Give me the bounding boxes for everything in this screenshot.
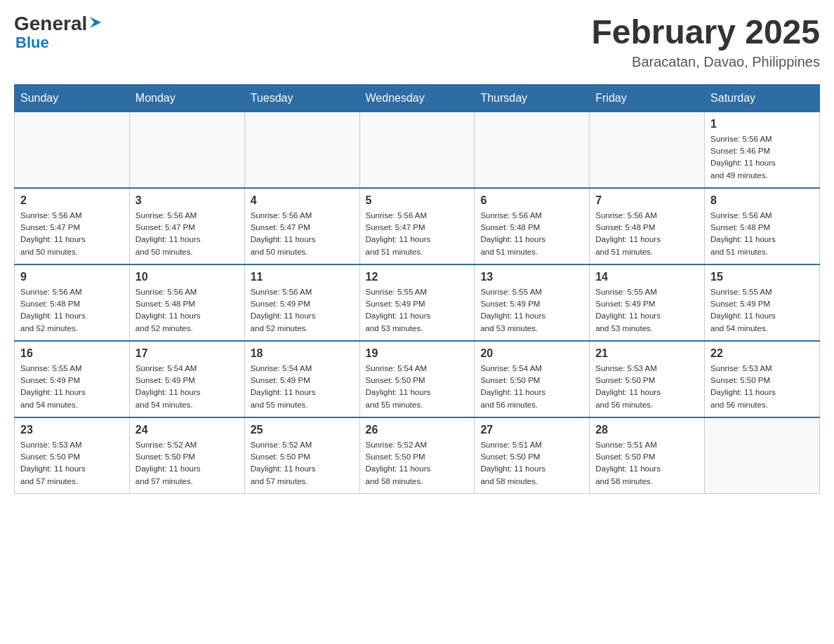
calendar-table: SundayMondayTuesdayWednesdayThursdayFrid… (14, 84, 820, 494)
day-info: Sunrise: 5:54 AMSunset: 5:49 PMDaylight:… (135, 363, 239, 411)
calendar-cell: 21Sunrise: 5:53 AMSunset: 5:50 PMDayligh… (590, 341, 705, 417)
day-number: 12 (366, 271, 469, 283)
calendar-cell: 23Sunrise: 5:53 AMSunset: 5:50 PMDayligh… (15, 417, 130, 494)
day-info: Sunrise: 5:56 AMSunset: 5:46 PMDaylight:… (710, 133, 814, 182)
logo: General Blue (14, 14, 102, 52)
title-block: February 2025 Baracatan, Davao, Philippi… (591, 14, 820, 70)
calendar-cell (244, 112, 359, 188)
weekday-header: Saturday (705, 84, 820, 112)
day-info: Sunrise: 5:56 AMSunset: 5:48 PMDaylight:… (135, 286, 239, 335)
calendar-cell: 24Sunrise: 5:52 AMSunset: 5:50 PMDayligh… (129, 417, 244, 494)
day-number: 14 (595, 271, 699, 283)
day-info: Sunrise: 5:55 AMSunset: 5:49 PMDaylight:… (366, 286, 469, 335)
day-info: Sunrise: 5:55 AMSunset: 5:49 PMDaylight:… (710, 286, 814, 335)
day-info: Sunrise: 5:56 AMSunset: 5:48 PMDaylight:… (595, 210, 699, 258)
calendar-cell: 28Sunrise: 5:51 AMSunset: 5:50 PMDayligh… (590, 417, 705, 494)
calendar-cell: 25Sunrise: 5:52 AMSunset: 5:50 PMDayligh… (244, 417, 359, 494)
day-number: 16 (20, 347, 124, 360)
day-number: 6 (480, 194, 583, 207)
calendar-cell: 13Sunrise: 5:55 AMSunset: 5:49 PMDayligh… (475, 264, 590, 341)
day-number: 27 (480, 424, 583, 436)
logo-blue-text: Blue (15, 34, 49, 52)
calendar-week-row: 16Sunrise: 5:55 AMSunset: 5:49 PMDayligh… (15, 341, 820, 417)
calendar-cell (590, 112, 705, 188)
day-number: 24 (135, 424, 239, 436)
calendar-cell (359, 112, 475, 188)
weekday-header: Wednesday (359, 84, 475, 112)
weekday-header: Thursday (475, 84, 590, 112)
day-info: Sunrise: 5:53 AMSunset: 5:50 PMDaylight:… (595, 363, 699, 411)
day-info: Sunrise: 5:54 AMSunset: 5:50 PMDaylight:… (366, 363, 469, 411)
day-info: Sunrise: 5:56 AMSunset: 5:47 PMDaylight:… (251, 210, 354, 258)
calendar-cell: 1Sunrise: 5:56 AMSunset: 5:46 PMDaylight… (705, 112, 820, 188)
day-info: Sunrise: 5:53 AMSunset: 5:50 PMDaylight:… (710, 363, 814, 411)
day-number: 5 (366, 194, 469, 207)
day-number: 22 (710, 347, 814, 360)
day-info: Sunrise: 5:52 AMSunset: 5:50 PMDaylight:… (366, 439, 469, 488)
day-info: Sunrise: 5:52 AMSunset: 5:50 PMDaylight:… (135, 439, 239, 488)
calendar-cell: 3Sunrise: 5:56 AMSunset: 5:47 PMDaylight… (129, 188, 244, 264)
day-number: 11 (251, 271, 354, 283)
calendar-cell: 16Sunrise: 5:55 AMSunset: 5:49 PMDayligh… (15, 341, 130, 417)
day-info: Sunrise: 5:56 AMSunset: 5:48 PMDaylight:… (20, 286, 124, 335)
day-info: Sunrise: 5:53 AMSunset: 5:50 PMDaylight:… (20, 439, 124, 488)
day-number: 18 (251, 347, 354, 360)
calendar-header-row: SundayMondayTuesdayWednesdayThursdayFrid… (15, 84, 820, 112)
day-info: Sunrise: 5:55 AMSunset: 5:49 PMDaylight:… (20, 363, 124, 411)
day-number: 17 (135, 347, 239, 360)
day-number: 1 (710, 118, 814, 130)
calendar-cell: 19Sunrise: 5:54 AMSunset: 5:50 PMDayligh… (359, 341, 475, 417)
calendar-cell: 26Sunrise: 5:52 AMSunset: 5:50 PMDayligh… (359, 417, 475, 494)
day-number: 9 (20, 271, 124, 283)
calendar-cell: 15Sunrise: 5:55 AMSunset: 5:49 PMDayligh… (705, 264, 820, 341)
day-number: 4 (251, 194, 354, 207)
weekday-header: Sunday (15, 84, 130, 112)
day-info: Sunrise: 5:54 AMSunset: 5:50 PMDaylight:… (480, 363, 583, 411)
day-number: 25 (251, 424, 354, 436)
day-number: 8 (710, 194, 814, 207)
day-info: Sunrise: 5:52 AMSunset: 5:50 PMDaylight:… (251, 439, 354, 488)
day-info: Sunrise: 5:51 AMSunset: 5:50 PMDaylight:… (595, 439, 699, 488)
calendar-week-row: 9Sunrise: 5:56 AMSunset: 5:48 PMDaylight… (15, 264, 820, 341)
calendar-cell: 7Sunrise: 5:56 AMSunset: 5:48 PMDaylight… (590, 188, 705, 264)
day-number: 2 (20, 194, 124, 207)
calendar-cell: 5Sunrise: 5:56 AMSunset: 5:47 PMDaylight… (359, 188, 475, 264)
weekday-header: Monday (129, 84, 244, 112)
day-number: 13 (480, 271, 583, 283)
calendar-cell: 14Sunrise: 5:55 AMSunset: 5:49 PMDayligh… (590, 264, 705, 341)
day-number: 20 (480, 347, 583, 360)
calendar-week-row: 2Sunrise: 5:56 AMSunset: 5:47 PMDaylight… (15, 188, 820, 264)
calendar-cell: 4Sunrise: 5:56 AMSunset: 5:47 PMDaylight… (244, 188, 359, 264)
calendar-cell: 10Sunrise: 5:56 AMSunset: 5:48 PMDayligh… (129, 264, 244, 341)
day-info: Sunrise: 5:54 AMSunset: 5:49 PMDaylight:… (251, 363, 354, 411)
day-number: 26 (366, 424, 469, 436)
day-number: 15 (710, 271, 814, 283)
calendar-cell (15, 112, 130, 188)
location: Baracatan, Davao, Philippines (591, 54, 820, 70)
day-info: Sunrise: 5:56 AMSunset: 5:47 PMDaylight:… (20, 210, 124, 258)
calendar-cell (129, 112, 244, 188)
logo-arrow-icon (88, 15, 102, 29)
day-info: Sunrise: 5:56 AMSunset: 5:48 PMDaylight:… (710, 210, 814, 258)
calendar-cell: 22Sunrise: 5:53 AMSunset: 5:50 PMDayligh… (705, 341, 820, 417)
day-info: Sunrise: 5:56 AMSunset: 5:47 PMDaylight:… (135, 210, 239, 258)
day-number: 7 (595, 194, 699, 207)
day-info: Sunrise: 5:55 AMSunset: 5:49 PMDaylight:… (480, 286, 583, 335)
calendar-cell: 18Sunrise: 5:54 AMSunset: 5:49 PMDayligh… (244, 341, 359, 417)
calendar-week-row: 1Sunrise: 5:56 AMSunset: 5:46 PMDaylight… (15, 112, 820, 188)
weekday-header: Tuesday (244, 84, 359, 112)
calendar-cell: 12Sunrise: 5:55 AMSunset: 5:49 PMDayligh… (359, 264, 475, 341)
calendar-cell: 11Sunrise: 5:56 AMSunset: 5:49 PMDayligh… (244, 264, 359, 341)
calendar-cell: 6Sunrise: 5:56 AMSunset: 5:48 PMDaylight… (475, 188, 590, 264)
day-number: 23 (20, 424, 124, 436)
day-info: Sunrise: 5:56 AMSunset: 5:48 PMDaylight:… (480, 210, 583, 258)
page-header: General Blue February 2025 Baracatan, Da… (14, 14, 820, 70)
calendar-cell: 17Sunrise: 5:54 AMSunset: 5:49 PMDayligh… (129, 341, 244, 417)
day-number: 3 (135, 194, 239, 207)
day-info: Sunrise: 5:51 AMSunset: 5:50 PMDaylight:… (480, 439, 583, 488)
calendar-cell: 9Sunrise: 5:56 AMSunset: 5:48 PMDaylight… (15, 264, 130, 341)
logo-general-text: General (14, 14, 87, 34)
calendar-cell: 8Sunrise: 5:56 AMSunset: 5:48 PMDaylight… (705, 188, 820, 264)
calendar-cell: 2Sunrise: 5:56 AMSunset: 5:47 PMDaylight… (15, 188, 130, 264)
calendar-cell (705, 417, 820, 494)
